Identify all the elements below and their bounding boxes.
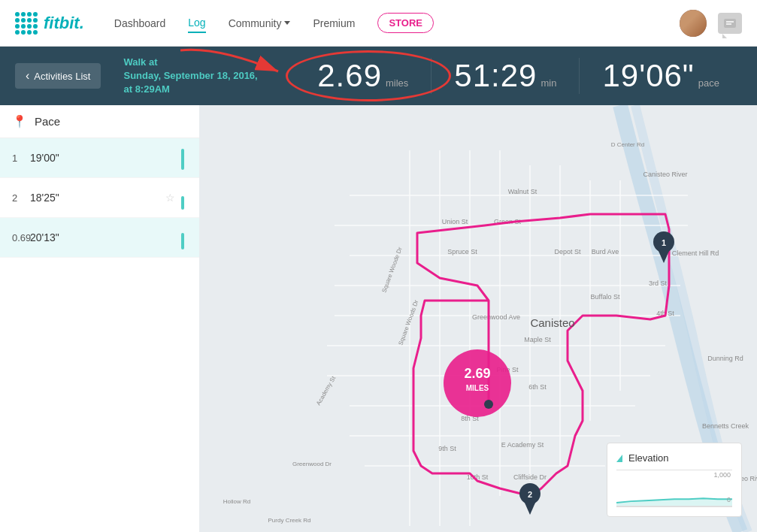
svg-text:Hollow Rd: Hollow Rd <box>223 498 250 505</box>
pace-title: Pace <box>35 115 60 128</box>
map-area[interactable]: Walnut St Union St Green St Spruce St De… <box>199 105 757 532</box>
activities-list-button[interactable]: Activities List <box>15 63 101 89</box>
pace-rows: 1 19'00" 2 18'25" ☆ 0.69 20'13" <box>0 138 199 532</box>
svg-text:Burd Ave: Burd Ave <box>592 248 619 255</box>
row-time: 19'00" <box>30 152 181 164</box>
svg-text:Union St: Union St <box>442 218 468 225</box>
elevation-icon <box>616 455 622 462</box>
nav-log[interactable]: Log <box>188 14 205 33</box>
row-time: 18'25" <box>30 192 165 204</box>
stat-time: 51:29 min <box>431 58 579 94</box>
svg-text:Clement Hill Rd: Clement Hill Rd <box>672 249 719 257</box>
svg-text:Cliffside Dr: Cliffside Dr <box>513 473 547 481</box>
row-num: 1 <box>12 153 30 164</box>
svg-text:9th St: 9th St <box>438 445 456 452</box>
time-unit: min <box>540 77 556 89</box>
svg-text:Maple St: Maple St <box>524 336 551 343</box>
elevation-line-top <box>616 470 732 470</box>
pace-bar <box>181 225 187 249</box>
svg-text:Bennetts Creek: Bennetts Creek <box>702 422 749 430</box>
svg-text:2: 2 <box>528 490 532 499</box>
distance-unit: miles <box>386 77 408 89</box>
svg-text:Greenwood Dr: Greenwood Dr <box>292 461 332 467</box>
main-content: 📍 Pace 1 19'00" 2 18'25" ☆ 0.69 20 <box>0 105 757 532</box>
svg-point-62 <box>484 400 493 409</box>
time-value: 51:29 <box>454 58 537 94</box>
store-button[interactable]: STORE <box>377 13 434 33</box>
svg-text:Dunning Rd: Dunning Rd <box>707 355 743 362</box>
star-icon[interactable]: ☆ <box>165 192 175 204</box>
svg-text:MILES: MILES <box>466 384 489 392</box>
elevation-low-label: 0 <box>727 496 731 503</box>
row-num: 0.69 <box>12 232 30 243</box>
stats-numbers: 2.69 miles 51:29 min 19'06" pace <box>295 58 742 94</box>
stat-pace: 19'06" pace <box>579 58 742 94</box>
row-time: 20'13" <box>30 231 181 243</box>
pace-bar <box>181 186 187 210</box>
logo-area: fitbit. <box>15 12 84 35</box>
svg-point-59 <box>444 349 511 417</box>
table-row: 2 18'25" ☆ <box>0 178 199 218</box>
svg-text:2.69: 2.69 <box>464 366 490 381</box>
svg-rect-0 <box>724 19 736 28</box>
svg-text:E Academy St: E Academy St <box>501 441 544 449</box>
svg-text:Buffalo St: Buffalo St <box>591 293 620 301</box>
elevation-title: Elevation <box>616 452 732 464</box>
activity-title: Walk at Sunday, September 18, 2016, at 8… <box>123 56 257 97</box>
pace-bar <box>181 146 187 170</box>
stat-distance: 2.69 miles <box>295 58 431 94</box>
header-right <box>680 10 742 37</box>
pace-header: 📍 Pace <box>0 105 199 138</box>
elevation-chart: 1,000 0 <box>616 470 732 507</box>
stats-bar: Activities List Walk at Sunday, Septembe… <box>0 47 757 105</box>
table-row: 1 19'00" <box>0 138 199 178</box>
location-pin-icon: 📍 <box>12 114 27 128</box>
elevation-high-label: 1,000 <box>713 471 731 479</box>
elevation-label: Elevation <box>628 452 668 464</box>
chat-bubble-icon <box>724 19 736 28</box>
row-num: 2 <box>12 192 30 204</box>
svg-text:Depot St: Depot St <box>554 248 581 255</box>
header: fitbit. Dashboard Log Community Premium … <box>0 0 757 47</box>
chat-icon[interactable] <box>718 13 742 34</box>
pace-value: 19'06" <box>602 58 694 94</box>
svg-text:6th St: 6th St <box>528 383 547 391</box>
svg-text:Canisteo River: Canisteo River <box>643 171 687 178</box>
nav-dashboard[interactable]: Dashboard <box>114 14 166 32</box>
pace-unit: pace <box>698 77 719 89</box>
avatar[interactable] <box>680 10 707 37</box>
svg-text:3rd St: 3rd St <box>649 280 668 287</box>
chevron-down-icon <box>284 21 290 25</box>
left-panel: 📍 Pace 1 19'00" 2 18'25" ☆ 0.69 20 <box>0 105 199 532</box>
elevation-card: Elevation 1,000 0 <box>607 443 742 517</box>
logo-dots <box>15 12 38 35</box>
svg-text:Canisteo: Canisteo <box>530 316 574 329</box>
table-row: 0.69 20'13" <box>0 218 199 258</box>
logo-text: fitbit. <box>44 14 84 33</box>
nav-community[interactable]: Community <box>229 14 291 32</box>
main-nav: Dashboard Log Community Premium STORE <box>114 13 680 33</box>
svg-text:D Center Rd: D Center Rd <box>611 141 644 148</box>
svg-text:Spruce St: Spruce St <box>447 248 477 255</box>
svg-text:Purdy Creek Rd: Purdy Creek Rd <box>268 517 311 524</box>
nav-premium[interactable]: Premium <box>313 14 355 32</box>
distance-value: 2.69 <box>317 58 382 94</box>
svg-text:Greenwood Ave: Greenwood Ave <box>472 313 520 321</box>
svg-text:1: 1 <box>662 238 666 247</box>
elevation-line-bottom <box>616 506 732 506</box>
avatar-image <box>680 10 707 37</box>
svg-text:Walnut St: Walnut St <box>508 188 537 195</box>
